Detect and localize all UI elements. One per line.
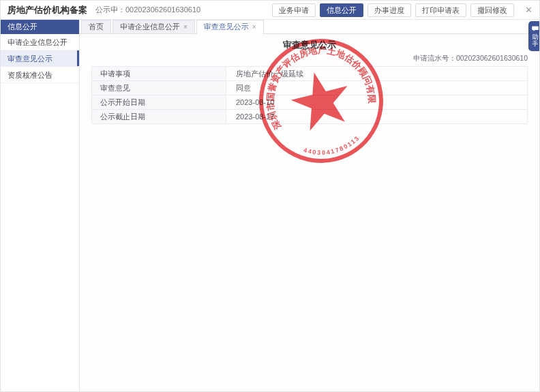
row-value: 2023-08-17 <box>226 110 528 124</box>
row-label: 公示截止日期 <box>92 110 226 124</box>
publicity-status-label: 公示申： <box>95 5 125 14</box>
assistant-button[interactable]: 助手 <box>528 21 540 51</box>
publicity-status-value: 002023062601630610 <box>125 5 200 14</box>
content: 审查意见公示 申请流水号：002023062601630610 申请事项 房地产… <box>80 34 539 392</box>
sidebar-title: 信息公开 <box>1 20 79 34</box>
main-area: 信息公开 申请企业信息公开 审查意见公示 资质核准公告 首页 申请企业信息公开 … <box>1 20 539 392</box>
print-application-button[interactable]: 打印申请表 <box>415 3 466 17</box>
app-window: 房地产估价机构备案 公示申：002023062601630610 业务申请 信息… <box>0 0 540 392</box>
table-row: 审查意见 同意 <box>92 81 528 95</box>
info-disclosure-button[interactable]: 信息公开 <box>320 3 363 17</box>
sidebar-item-company-disclosure[interactable]: 申请企业信息公开 <box>1 34 79 50</box>
tabbar: 首页 申请企业信息公开 × 审查意见公示 × <box>80 20 539 34</box>
tab-close-icon[interactable]: × <box>252 23 256 31</box>
row-label: 审查意见 <box>92 81 226 95</box>
table-row: 公示截止日期 2023-08-17 <box>92 110 528 124</box>
app-title: 房地产估价机构备案 <box>7 4 87 16</box>
row-label: 申请事项 <box>92 67 226 81</box>
info-table: 申请事项 房地产估价一级延续 审查意见 同意 公示开始日期 2023-08-10 <box>91 66 528 124</box>
tab-company-disclosure-label: 申请企业信息公开 <box>120 22 180 32</box>
row-value: 同意 <box>226 81 528 95</box>
table-row: 公示开始日期 2023-08-10 <box>92 95 528 110</box>
sidebar: 信息公开 申请企业信息公开 审查意见公示 资质核准公告 <box>1 20 80 392</box>
row-value: 2023-08-10 <box>226 95 528 110</box>
tab-close-icon[interactable]: × <box>183 23 188 31</box>
serial-number: 申请流水号：002023062601630610 <box>80 54 539 63</box>
assistant-label: 助手 <box>532 33 539 47</box>
chat-icon <box>532 26 539 32</box>
window-close-icon[interactable]: ✕ <box>525 5 532 15</box>
tab-home[interactable]: 首页 <box>81 20 111 33</box>
right-pane: 首页 申请企业信息公开 × 审查意见公示 × 审查意见公示 申请流水号：0020… <box>80 20 539 392</box>
row-label: 公示开始日期 <box>92 95 226 110</box>
topbar-actions: 业务申请 信息公开 办事进度 打印申请表 撤回修改 ✕ <box>272 3 532 17</box>
business-apply-button[interactable]: 业务申请 <box>272 3 316 17</box>
progress-button[interactable]: 办事进度 <box>368 3 411 17</box>
tab-review-opinion[interactable]: 审查意见公示 × <box>196 20 264 33</box>
publicity-status: 公示申：002023062601630610 <box>95 5 200 15</box>
row-value: 房地产估价一级延续 <box>226 67 528 81</box>
tab-home-label: 首页 <box>89 22 104 32</box>
table-row: 申请事项 房地产估价一级延续 <box>92 67 528 81</box>
sidebar-item-qualification-notice[interactable]: 资质核准公告 <box>1 67 79 83</box>
tab-review-opinion-label: 审查意见公示 <box>204 22 249 32</box>
topbar: 房地产估价机构备案 公示申：002023062601630610 业务申请 信息… <box>1 1 539 20</box>
withdraw-modify-button[interactable]: 撤回修改 <box>470 3 514 17</box>
tab-company-disclosure[interactable]: 申请企业信息公开 × <box>112 20 195 33</box>
stamp-number-text: 4403041780113 <box>301 133 363 162</box>
page-title: 审查意见公示 <box>80 34 539 51</box>
sidebar-item-review-opinion[interactable]: 审查意见公示 <box>1 50 79 67</box>
